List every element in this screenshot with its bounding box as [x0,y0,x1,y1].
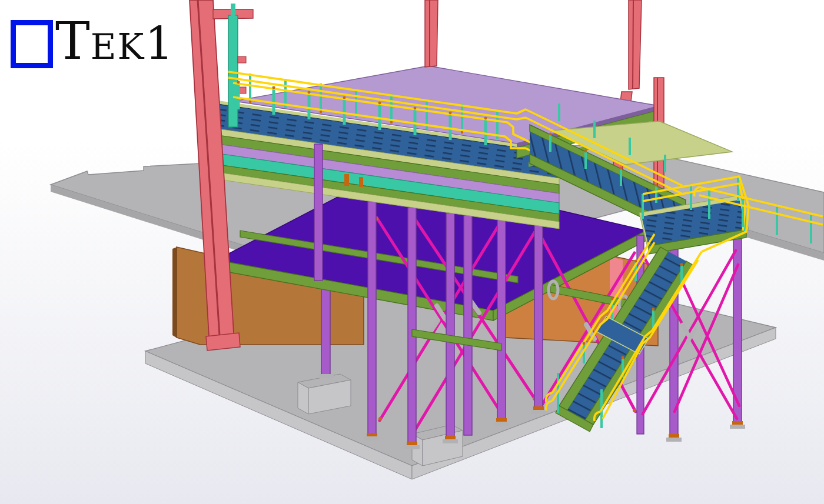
logo-letter-t: T [55,11,91,71]
red-column-back-right [629,0,642,89]
support-column-purple [314,144,323,281]
logo-letters-ek: EK [91,26,145,67]
tek1-logo: TEK1 [11,15,174,68]
model-viewport[interactable]: TEK1 [0,0,824,504]
logo-square-icon [11,20,53,68]
structural-model-canvas[interactable] [0,0,824,504]
logo-text: TEK1 [55,15,174,67]
connection-detail [344,174,349,186]
red-stub [238,56,246,63]
logo-digit-1: 1 [145,17,174,69]
connection-detail [359,177,363,187]
red-column-back-left [425,0,438,67]
